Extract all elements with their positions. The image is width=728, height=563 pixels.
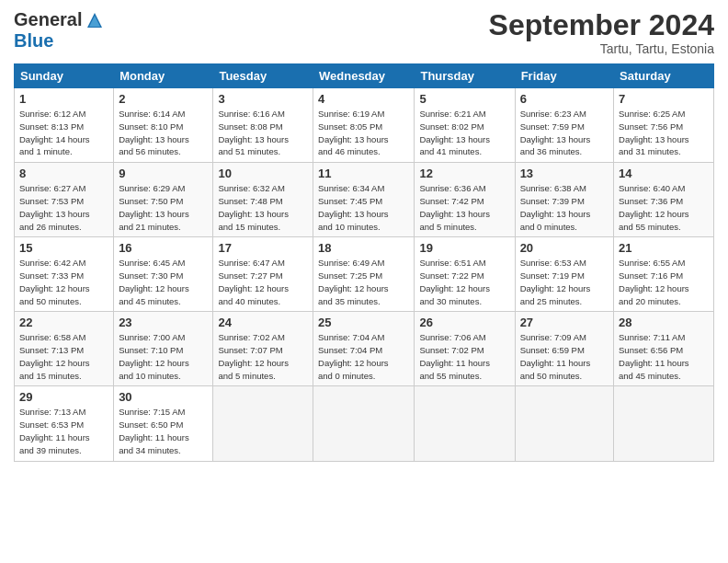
day-cell: 11Sunrise: 6:34 AMSunset: 7:45 PMDayligh… — [313, 163, 415, 237]
day-cell: 4Sunrise: 6:19 AMSunset: 8:05 PMDaylight… — [313, 88, 415, 163]
day-info: Sunrise: 6:14 AMSunset: 8:10 PMDaylight:… — [119, 108, 208, 158]
day-info: Sunrise: 6:51 AMSunset: 7:22 PMDaylight:… — [419, 257, 509, 307]
day-cell — [213, 386, 313, 461]
day-info: Sunrise: 6:25 AMSunset: 7:56 PMDaylight:… — [619, 108, 709, 158]
day-cell: 8Sunrise: 6:27 AMSunset: 7:53 PMDaylight… — [15, 163, 114, 237]
day-info: Sunrise: 7:15 AMSunset: 6:50 PMDaylight:… — [119, 406, 208, 456]
day-number: 22 — [19, 316, 108, 329]
day-info: Sunrise: 6:27 AMSunset: 7:53 PMDaylight:… — [19, 182, 108, 233]
day-info: Sunrise: 6:49 AMSunset: 7:25 PMDaylight:… — [318, 257, 409, 307]
day-cell: 19Sunrise: 6:51 AMSunset: 7:22 PMDayligh… — [415, 237, 515, 312]
col-header-wednesday: Wednesday — [313, 64, 415, 88]
day-number: 11 — [318, 167, 409, 180]
day-number: 9 — [119, 167, 208, 180]
day-number: 15 — [19, 241, 108, 255]
day-info: Sunrise: 6:58 AMSunset: 7:13 PMDaylight:… — [19, 331, 108, 382]
day-info: Sunrise: 6:34 AMSunset: 7:45 PMDaylight:… — [318, 182, 409, 233]
day-cell: 18Sunrise: 6:49 AMSunset: 7:25 PMDayligh… — [313, 237, 415, 312]
day-cell: 26Sunrise: 7:06 AMSunset: 7:02 PMDayligh… — [415, 312, 515, 386]
day-cell: 10Sunrise: 6:32 AMSunset: 7:48 PMDayligh… — [213, 163, 313, 237]
day-number: 17 — [218, 241, 308, 255]
day-number: 5 — [419, 92, 509, 106]
col-header-friday: Friday — [515, 64, 613, 88]
day-cell: 7Sunrise: 6:25 AMSunset: 7:56 PMDaylight… — [614, 88, 714, 163]
logo-icon — [85, 11, 104, 29]
header-row: SundayMondayTuesdayWednesdayThursdayFrid… — [15, 64, 714, 88]
day-info: Sunrise: 6:47 AMSunset: 7:27 PMDaylight:… — [218, 257, 308, 307]
day-cell: 23Sunrise: 7:00 AMSunset: 7:10 PMDayligh… — [114, 312, 213, 386]
day-info: Sunrise: 7:11 AMSunset: 6:56 PMDaylight:… — [619, 331, 709, 382]
day-cell: 16Sunrise: 6:45 AMSunset: 7:30 PMDayligh… — [114, 237, 213, 312]
header: General Blue September 2024 Tartu, Tartu… — [14, 9, 714, 56]
month-title: September 2024 — [489, 9, 714, 41]
day-info: Sunrise: 7:02 AMSunset: 7:07 PMDaylight:… — [218, 331, 308, 382]
day-cell: 13Sunrise: 6:38 AMSunset: 7:39 PMDayligh… — [515, 163, 613, 237]
day-info: Sunrise: 6:29 AMSunset: 7:50 PMDaylight:… — [119, 182, 208, 233]
title-block: September 2024 Tartu, Tartu, Estonia — [489, 9, 714, 56]
day-info: Sunrise: 6:36 AMSunset: 7:42 PMDaylight:… — [419, 182, 509, 233]
col-header-monday: Monday — [114, 64, 213, 88]
day-number: 21 — [619, 241, 709, 255]
day-info: Sunrise: 6:32 AMSunset: 7:48 PMDaylight:… — [218, 182, 308, 233]
day-number: 6 — [520, 92, 609, 106]
day-cell: 17Sunrise: 6:47 AMSunset: 7:27 PMDayligh… — [213, 237, 313, 312]
day-cell: 1Sunrise: 6:12 AMSunset: 8:13 PMDaylight… — [15, 88, 114, 163]
day-info: Sunrise: 6:21 AMSunset: 8:02 PMDaylight:… — [419, 108, 509, 158]
day-info: Sunrise: 7:06 AMSunset: 7:02 PMDaylight:… — [419, 331, 509, 382]
day-number: 13 — [520, 167, 609, 180]
col-header-thursday: Thursday — [415, 64, 515, 88]
day-number: 23 — [119, 316, 208, 329]
day-number: 8 — [19, 167, 108, 180]
day-cell: 22Sunrise: 6:58 AMSunset: 7:13 PMDayligh… — [15, 312, 114, 386]
day-info: Sunrise: 7:04 AMSunset: 7:04 PMDaylight:… — [318, 331, 409, 382]
day-info: Sunrise: 6:23 AMSunset: 7:59 PMDaylight:… — [520, 108, 609, 158]
day-cell — [415, 386, 515, 461]
day-cell: 5Sunrise: 6:21 AMSunset: 8:02 PMDaylight… — [415, 88, 515, 163]
day-cell: 28Sunrise: 7:11 AMSunset: 6:56 PMDayligh… — [614, 312, 714, 386]
day-cell: 12Sunrise: 6:36 AMSunset: 7:42 PMDayligh… — [415, 163, 515, 237]
day-number: 10 — [218, 167, 308, 180]
day-info: Sunrise: 7:13 AMSunset: 6:53 PMDaylight:… — [19, 406, 108, 456]
day-cell: 30Sunrise: 7:15 AMSunset: 6:50 PMDayligh… — [114, 386, 213, 461]
day-number: 25 — [318, 316, 409, 329]
day-info: Sunrise: 7:09 AMSunset: 6:59 PMDaylight:… — [520, 331, 609, 382]
day-info: Sunrise: 6:19 AMSunset: 8:05 PMDaylight:… — [318, 108, 409, 158]
day-number: 14 — [619, 167, 709, 180]
col-header-sunday: Sunday — [15, 64, 114, 88]
day-number: 27 — [520, 316, 609, 329]
day-cell — [515, 386, 613, 461]
logo: General Blue — [14, 9, 104, 52]
day-cell: 2Sunrise: 6:14 AMSunset: 8:10 PMDaylight… — [114, 88, 213, 163]
day-number: 19 — [419, 241, 509, 255]
day-info: Sunrise: 6:53 AMSunset: 7:19 PMDaylight:… — [520, 257, 609, 307]
day-cell: 24Sunrise: 7:02 AMSunset: 7:07 PMDayligh… — [213, 312, 313, 386]
day-cell: 25Sunrise: 7:04 AMSunset: 7:04 PMDayligh… — [313, 312, 415, 386]
day-info: Sunrise: 6:16 AMSunset: 8:08 PMDaylight:… — [218, 108, 308, 158]
day-number: 24 — [218, 316, 308, 329]
day-number: 30 — [119, 390, 208, 404]
day-cell: 3Sunrise: 6:16 AMSunset: 8:08 PMDaylight… — [213, 88, 313, 163]
week-row-2: 8Sunrise: 6:27 AMSunset: 7:53 PMDaylight… — [15, 163, 714, 237]
week-row-3: 15Sunrise: 6:42 AMSunset: 7:33 PMDayligh… — [15, 237, 714, 312]
day-number: 1 — [19, 92, 108, 106]
day-number: 16 — [119, 241, 208, 255]
day-number: 29 — [19, 390, 108, 404]
day-info: Sunrise: 6:45 AMSunset: 7:30 PMDaylight:… — [119, 257, 208, 307]
day-cell: 29Sunrise: 7:13 AMSunset: 6:53 PMDayligh… — [15, 386, 114, 461]
day-number: 12 — [419, 167, 509, 180]
week-row-5: 29Sunrise: 7:13 AMSunset: 6:53 PMDayligh… — [15, 386, 714, 461]
day-cell: 9Sunrise: 6:29 AMSunset: 7:50 PMDaylight… — [114, 163, 213, 237]
day-info: Sunrise: 7:00 AMSunset: 7:10 PMDaylight:… — [119, 331, 208, 382]
day-cell: 14Sunrise: 6:40 AMSunset: 7:36 PMDayligh… — [614, 163, 714, 237]
day-number: 28 — [619, 316, 709, 329]
day-number: 4 — [318, 92, 409, 106]
day-info: Sunrise: 6:42 AMSunset: 7:33 PMDaylight:… — [19, 257, 108, 307]
col-header-saturday: Saturday — [614, 64, 714, 88]
day-info: Sunrise: 6:40 AMSunset: 7:36 PMDaylight:… — [619, 182, 709, 233]
logo-general-text: General — [14, 9, 82, 30]
day-number: 7 — [619, 92, 709, 106]
day-cell — [614, 386, 714, 461]
day-number: 18 — [318, 241, 409, 255]
logo-blue-text: Blue — [14, 30, 53, 52]
col-header-tuesday: Tuesday — [213, 64, 313, 88]
